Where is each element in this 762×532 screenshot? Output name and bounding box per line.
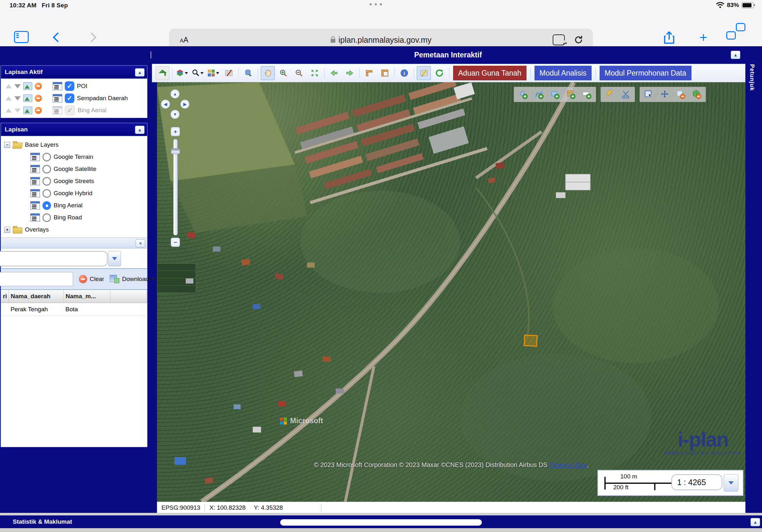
forward-icon[interactable] <box>87 32 96 42</box>
previous-extent-button[interactable] <box>327 66 341 80</box>
map-viewport[interactable]: ▲ ◀ ▶ ▼ + − <box>157 82 745 502</box>
base-layer-option[interactable]: Google Terrain <box>4 151 147 163</box>
base-layer-option[interactable]: Google Hybrid <box>4 187 147 199</box>
active-layer-row[interactable]: ✓ Bing Aerial <box>1 104 147 116</box>
legend-icon[interactable] <box>30 189 40 197</box>
next-extent-button[interactable] <box>343 66 357 80</box>
delete-selection-button[interactable] <box>674 88 687 100</box>
base-layer-label[interactable]: Google Satellite <box>54 166 96 172</box>
clear-graphics-button[interactable] <box>690 88 703 100</box>
identify-info-button[interactable]: i <box>397 66 411 80</box>
remove-layer-icon[interactable] <box>35 107 42 114</box>
move-up-icon[interactable] <box>5 96 12 100</box>
text-size-button[interactable]: AA <box>180 36 188 44</box>
pan-left-button[interactable]: ◀ <box>161 100 170 109</box>
layer-label[interactable]: Sempadan Daerah <box>77 95 128 102</box>
legend-icon[interactable] <box>53 94 62 102</box>
pan-right-button[interactable]: ▶ <box>180 100 190 109</box>
active-layer-row[interactable]: ✓ POI <box>1 80 147 92</box>
new-tab-icon[interactable]: + <box>700 30 708 45</box>
collapse-panel-button[interactable]: ▲ <box>135 126 145 134</box>
pan-tool-button[interactable] <box>261 66 275 80</box>
zoom-in-tool-button[interactable] <box>276 66 290 80</box>
base-layer-radio[interactable] <box>42 153 51 162</box>
column-header[interactable]: ri <box>1 290 9 303</box>
modul-permohonan-data-button[interactable]: Modul Permohonan Data <box>600 66 692 80</box>
move-down-icon[interactable] <box>14 84 21 88</box>
legend-icon[interactable] <box>30 213 40 222</box>
layer-label[interactable]: POI <box>77 83 87 90</box>
add-line-button[interactable] <box>533 88 545 100</box>
aduan-guna-tanah-button[interactable]: Aduan Guna Tanah <box>453 66 526 80</box>
base-layer-label[interactable]: Google Terrain <box>54 154 93 161</box>
base-layer-label[interactable]: Google Streets <box>54 178 94 185</box>
home-extent-button[interactable] <box>155 66 170 80</box>
zoom-slider-handle[interactable] <box>171 148 180 154</box>
zoom-slider[interactable] <box>173 139 178 235</box>
column-header[interactable]: Nama_m... <box>63 290 110 303</box>
pan-up-button[interactable]: ▲ <box>170 89 180 99</box>
base-layer-option-selected[interactable]: Bing Aerial <box>4 199 147 212</box>
remove-layer-icon[interactable] <box>35 83 42 90</box>
tree-expand-icon[interactable]: + <box>4 227 10 233</box>
remove-layer-icon[interactable] <box>35 95 42 102</box>
reload-icon[interactable] <box>574 35 583 45</box>
scale-dropdown-button[interactable] <box>724 474 738 492</box>
zoom-extent-button[interactable] <box>308 66 322 80</box>
sidebar-toggle-icon[interactable] <box>14 31 29 43</box>
cell-nama-mukim[interactable]: Bota <box>63 303 110 316</box>
page-settings-icon[interactable] <box>553 34 565 45</box>
tree-node-base-layers[interactable]: − Base Layers <box>4 139 147 151</box>
tree-node-overlays[interactable]: + Overlays <box>4 224 147 236</box>
measure-distance-button[interactable] <box>362 66 376 80</box>
base-layer-radio[interactable] <box>42 189 51 198</box>
map-overview-button[interactable] <box>222 66 236 80</box>
layer-thumbnail-icon[interactable] <box>23 82 32 90</box>
collapse-titlebar-button[interactable]: ▲ <box>731 51 740 59</box>
base-layer-radio[interactable] <box>42 177 51 186</box>
base-layer-label[interactable]: Google Hybrid <box>54 190 92 197</box>
table-row[interactable]: Perak Tengah Bota <box>1 303 147 316</box>
layer-thumbnail-icon[interactable] <box>23 106 32 114</box>
tab-petunjuk[interactable]: Petunjuk <box>749 64 755 91</box>
base-layer-option[interactable]: Bing Road <box>4 212 147 224</box>
tree-label[interactable]: Base Layers <box>25 141 59 148</box>
redline-draw-button[interactable] <box>417 66 431 80</box>
measure-area-button[interactable] <box>378 66 392 80</box>
base-layer-radio[interactable] <box>42 213 51 222</box>
download-button[interactable]: Download <box>110 275 155 283</box>
add-point-button[interactable] <box>517 88 529 100</box>
base-layer-label[interactable]: Bing Road <box>54 214 82 221</box>
modul-analisis-button[interactable]: Modul Analisis <box>534 66 592 80</box>
zoom-out-button[interactable]: − <box>171 237 180 247</box>
move-up-icon[interactable] <box>5 108 12 112</box>
home-indicator[interactable] <box>280 519 482 526</box>
expand-statistik-button[interactable]: ▲ <box>750 518 760 526</box>
data-extract-button[interactable] <box>241 66 255 80</box>
search-select-input[interactable] <box>0 251 108 266</box>
layers-menu-button[interactable] <box>175 66 189 80</box>
move-feature-button[interactable] <box>658 88 671 100</box>
move-down-icon[interactable] <box>14 96 21 100</box>
refresh-map-button[interactable] <box>432 66 446 80</box>
share-icon[interactable] <box>663 31 675 45</box>
layer-checkbox[interactable]: ✓ <box>65 94 74 103</box>
zoom-out-tool-button[interactable] <box>292 66 306 80</box>
column-header[interactable]: Nama_daerah <box>9 290 63 303</box>
clear-button[interactable]: Clear <box>79 275 104 283</box>
base-layer-option[interactable]: Google Streets <box>4 175 147 187</box>
search-select-dropdown-button[interactable] <box>108 251 121 266</box>
back-icon[interactable] <box>53 32 62 42</box>
selected-parcel-highlight[interactable] <box>524 335 538 347</box>
search-tools-button[interactable] <box>190 66 204 80</box>
base-layer-radio-selected[interactable] <box>42 201 51 210</box>
active-layer-row[interactable]: ✓ Sempadan Daerah <box>1 92 147 104</box>
layer-thumbnail-icon[interactable] <box>23 95 32 102</box>
base-layer-option[interactable]: Google Satellite <box>4 163 147 175</box>
move-down-icon[interactable] <box>14 108 21 112</box>
column-header[interactable] <box>110 290 147 303</box>
select-feature-button[interactable] <box>642 88 655 100</box>
tree-collapse-icon[interactable]: − <box>4 142 10 148</box>
basemap-gallery-button[interactable] <box>206 66 220 80</box>
close-panel-button[interactable]: × <box>136 239 145 247</box>
